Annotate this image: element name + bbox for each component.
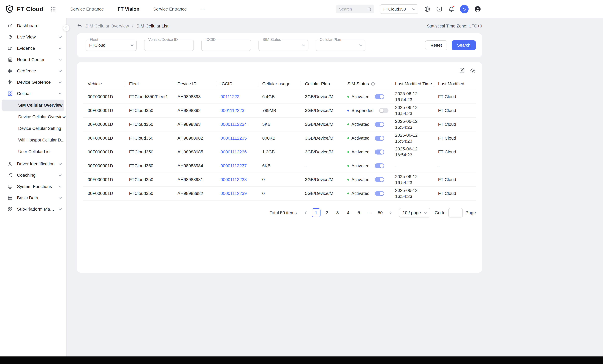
sidebar-collapse-button[interactable] — [63, 24, 70, 31]
next-page-button[interactable] — [386, 208, 395, 217]
statistical-timezone: Statistical Time Zone: UTC+0 — [427, 24, 482, 29]
search-button[interactable]: Search — [452, 40, 476, 50]
usage-cell: 789MB — [258, 104, 301, 117]
page-button-50[interactable]: 50 — [376, 208, 384, 217]
nav-ft-vision[interactable]: FT Vision — [118, 6, 139, 12]
device-geofence-icon — [8, 80, 13, 85]
reset-button[interactable]: Reset — [425, 40, 447, 50]
sidebar-item-geofence[interactable]: Geofence — [0, 65, 66, 77]
iccid-input[interactable] — [205, 43, 247, 48]
page-button-5[interactable]: 5 — [354, 208, 363, 217]
ft-cloud-logo-icon — [5, 5, 14, 13]
sidebar-subitem-wifi-hotspot-cellular[interactable]: Wifi Hotspot Cellular D... — [2, 134, 64, 146]
bell-icon[interactable] — [448, 6, 454, 12]
sidebar-subitem-label: Device Cellular Overview — [18, 115, 66, 119]
sidebar-item-dashboard[interactable]: Dashboard — [0, 20, 66, 31]
sim-status-toggle[interactable] — [375, 191, 384, 196]
account-icon[interactable] — [474, 6, 481, 12]
sim-status-toggle[interactable] — [375, 122, 384, 127]
page-button-2[interactable]: 2 — [322, 208, 331, 217]
sidebar-item-label: Driver Identification — [17, 161, 55, 166]
iccid-link[interactable]: 00111222 — [220, 94, 239, 99]
sim-status-filter[interactable]: SIM Status — [258, 40, 308, 51]
status-cell: Activated — [343, 187, 391, 200]
nav-service-entrance-1[interactable]: Service Entrance — [70, 7, 104, 12]
nav-more-icon[interactable]: ··· — [200, 7, 206, 12]
modified-time-cell: 2025-06-1216:54:23 — [391, 117, 434, 131]
avatar[interactable]: S — [460, 5, 469, 13]
sidebar-item-driver-identification[interactable]: Driver Identification — [0, 158, 66, 170]
plan-cell: 3GB/Device/M — [301, 173, 343, 187]
sim-status-toggle[interactable] — [375, 150, 384, 154]
plan-cell: 3GB/Device/M — [301, 117, 343, 131]
fleet-cell: FTCloud350 — [125, 159, 173, 173]
table-row: 00F000001D FTCloud/350/Fleet1 AH9898898 … — [83, 90, 476, 104]
sim-status-toggle[interactable] — [379, 108, 388, 113]
brand[interactable]: FT Cloud — [5, 5, 43, 13]
sim-status-filter-label: SIM Status — [261, 37, 282, 42]
sim-status-toggle[interactable] — [375, 177, 384, 182]
sidebar-item-coaching[interactable]: Coaching — [0, 170, 66, 181]
sidebar-subitem-device-cellular-overview[interactable]: Device Cellular Overview — [2, 111, 64, 122]
goto-page-input[interactable] — [448, 208, 463, 217]
sim-status-toggle[interactable] — [375, 94, 384, 99]
status-dot — [347, 137, 349, 139]
page-button-4[interactable]: 4 — [344, 208, 353, 217]
prev-page-button[interactable] — [302, 208, 310, 217]
iccid-cell: 00001112239 — [216, 187, 258, 200]
column-header-cellular-usage: Cellular usage — [258, 78, 301, 90]
sidebar-item-report-center[interactable]: Report Center — [0, 54, 66, 65]
device-id-cell: AH9898898 — [173, 90, 216, 104]
iccid-link[interactable]: 00001112237 — [220, 163, 247, 168]
globe-icon[interactable] — [424, 6, 430, 12]
iccid-cell: 00111222 — [216, 90, 258, 104]
sidebar-item-evidence[interactable]: Evidence — [0, 43, 66, 54]
apps-grid-icon[interactable] — [50, 6, 56, 12]
vehicle-device-id-input[interactable] — [148, 43, 190, 48]
iccid-link[interactable]: 0001112223 — [220, 108, 244, 113]
global-search[interactable] — [336, 5, 374, 13]
org-selector[interactable]: FTCloud350 — [380, 4, 418, 14]
search-input[interactable] — [336, 7, 365, 12]
sim-status-toggle[interactable] — [375, 163, 384, 168]
sidebar-item-live-view[interactable]: Live View — [0, 31, 66, 43]
iccid-link[interactable]: 00001112234 — [220, 122, 247, 127]
page-size-select[interactable]: 10 / page — [399, 208, 430, 217]
sidebar-item-cellular[interactable]: Celluar — [0, 88, 66, 99]
live-view-icon — [8, 34, 13, 40]
iccid-link[interactable]: 00001112238 — [220, 177, 247, 182]
sidebar-item-system-functions[interactable]: System Functions — [0, 181, 66, 192]
iccid-link[interactable]: 00001112235 — [220, 136, 247, 141]
nav-service-entrance-2[interactable]: Service Entrance — [153, 7, 187, 12]
fleet-cell: FTCloud350 — [125, 117, 173, 131]
import-icon[interactable] — [436, 6, 442, 12]
sim-status-toggle[interactable] — [375, 136, 384, 141]
breadcrumb-parent[interactable]: SIM Cellular Overview — [85, 23, 129, 29]
search-icon — [367, 7, 372, 12]
vehicle-cell: 00F000001D — [83, 187, 125, 200]
iccid-link[interactable]: 00001112236 — [220, 150, 247, 154]
device-id-cell: AH98988982 — [173, 187, 216, 200]
page-ellipsis[interactable]: ··· — [365, 208, 374, 217]
export-form-icon[interactable] — [459, 68, 465, 73]
sidebar-subitem-device-cellular-setting[interactable]: Device Cellular Setting — [2, 123, 64, 134]
sidebar-subitem-sim-cellular-overview[interactable]: SIM Cellular Overview — [2, 100, 64, 111]
iccid-filter[interactable]: ICCID — [201, 40, 251, 51]
modified-time-cell: 2025-06-1216:54:23 — [391, 145, 434, 159]
vehicle-device-id-filter[interactable]: Vehicle/Device ID — [144, 40, 194, 51]
info-icon[interactable] — [371, 82, 375, 86]
cellular-plan-filter[interactable]: Cellular Plan — [316, 40, 365, 51]
sidebar-item-basic-data[interactable]: Basic Data — [0, 192, 66, 203]
back-icon[interactable] — [77, 23, 82, 29]
fleet-filter[interactable]: Fleet FTCloud — [86, 40, 137, 51]
sidebar-item-sub-platform-management[interactable]: Sub-Platform Mana... — [0, 203, 66, 215]
device-id-cell: AH98988985 — [173, 145, 216, 159]
breadcrumb: SIM Cellular Overview / SIM Cellular Lis… — [77, 22, 482, 30]
page-button-3[interactable]: 3 — [333, 208, 342, 217]
page-button-1[interactable]: 1 — [312, 208, 321, 217]
iccid-link[interactable]: 00001112239 — [220, 191, 247, 196]
fleet-cell: FTCloud350 — [125, 145, 173, 159]
sidebar-item-device-geofence[interactable]: Device Geofence — [0, 77, 66, 88]
sidebar-subitem-user-cellular-list[interactable]: User Cellular List — [2, 146, 64, 157]
settings-gear-icon[interactable] — [470, 68, 476, 74]
